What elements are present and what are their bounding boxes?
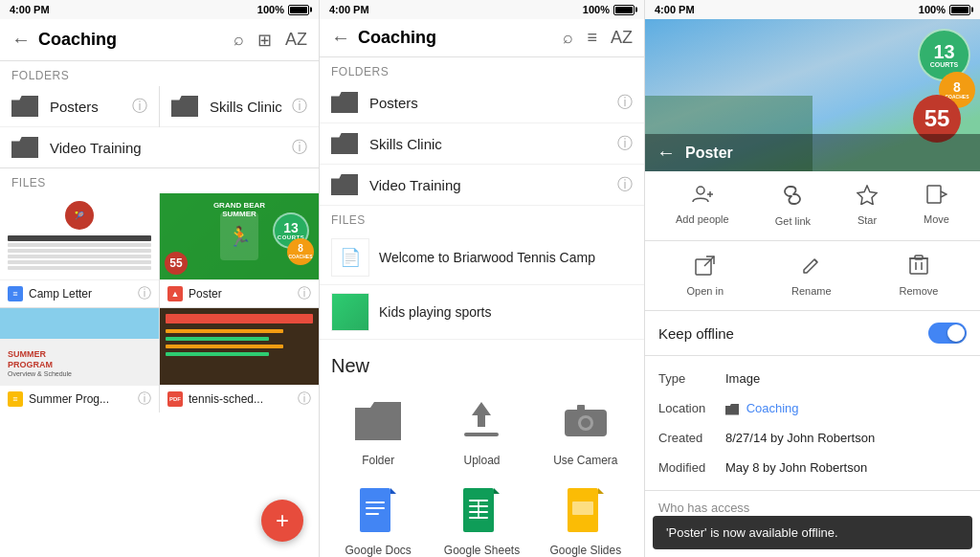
back-button-3[interactable]: ←: [657, 142, 676, 164]
grid-icon-1[interactable]: ⊞: [257, 30, 272, 51]
new-gslides-button[interactable]: Google Slides: [539, 486, 633, 557]
file-name: Poster: [189, 287, 298, 301]
new-gsheets-button[interactable]: Google Sheets: [434, 486, 528, 557]
star-label: Star: [858, 214, 877, 226]
svg-rect-5: [577, 405, 585, 411]
nav-bar-2: ← Coaching ⌕ ≡ AZ: [320, 19, 644, 57]
star-button[interactable]: Star: [857, 185, 878, 227]
new-section: New Folder Upload: [320, 340, 644, 557]
new-gdocs-button[interactable]: Google Docs: [331, 486, 425, 557]
folder-item-skills-1[interactable]: Skills Clinic ⓘ: [160, 86, 319, 127]
info-icon[interactable]: ⓘ: [132, 97, 147, 117]
svg-rect-20: [572, 501, 593, 515]
folder-icon: [171, 96, 198, 117]
courts-label: COURTS: [930, 61, 959, 68]
meta-section: Type Image Location Coaching Created 8/2…: [645, 356, 980, 491]
rename-button[interactable]: Rename: [791, 255, 832, 297]
file-thumbnail: SUMMERPROGRAM Overview & Schedule: [0, 308, 159, 385]
pdf-type-icon: PDF: [167, 391, 183, 407]
file-preview-camp[interactable]: 📄 Welcome to Briarwood Tennis Camp: [320, 231, 644, 285]
new-gsheets-label: Google Sheets: [444, 544, 520, 557]
folder-item-posters-1[interactable]: Posters ⓘ: [0, 86, 159, 127]
file-summer-program[interactable]: SUMMERPROGRAM Overview & Schedule ≡ Summ…: [0, 308, 159, 412]
folder-item-video-1[interactable]: Video Training ⓘ: [0, 127, 319, 168]
sort-icon-1[interactable]: AZ: [285, 30, 307, 50]
get-link-button[interactable]: Get link: [775, 185, 811, 227]
panel-details: 4:00 PM 100% 13 COURTS 8 COACHES 55: [645, 0, 980, 557]
svg-line-27: [704, 256, 714, 266]
coaches-number: 8: [953, 80, 961, 94]
folder-item-skills-2[interactable]: Skills Clinic ⓘ: [320, 123, 644, 165]
search-icon-1[interactable]: ⌕: [234, 30, 244, 50]
meta-type-row: Type Image: [645, 364, 980, 393]
move-icon: [926, 185, 947, 209]
battery-icon-1: [288, 5, 309, 15]
info-icon[interactable]: ⓘ: [617, 175, 633, 195]
rename-label: Rename: [791, 285, 832, 297]
search-icon-2[interactable]: ⌕: [563, 28, 573, 48]
fab-button-1[interactable]: +: [261, 500, 303, 542]
back-button-1[interactable]: ←: [11, 29, 31, 51]
new-items-grid: Folder Upload: [331, 396, 633, 557]
file-camp-letter[interactable]: 🎾 ≡ Camp Letter ⓘ: [0, 193, 159, 307]
status-bar-3: 4:00 PM 100%: [645, 0, 980, 19]
folder-item-posters-2[interactable]: Posters ⓘ: [320, 82, 644, 123]
folder-icon: [331, 133, 358, 154]
doc-type-icon: ≡: [8, 286, 23, 301]
get-link-label: Get link: [775, 215, 811, 227]
move-button[interactable]: Move: [924, 185, 949, 227]
page-title-1: Coaching: [38, 30, 234, 50]
info-icon[interactable]: ⓘ: [617, 134, 633, 154]
svg-rect-9: [366, 507, 385, 509]
info-icon[interactable]: ⓘ: [292, 97, 307, 117]
file-poster[interactable]: GRAND BEAR SUMMER 13 COURTS 8 COACHES 55: [160, 193, 319, 307]
svg-point-21: [697, 187, 704, 194]
file-tennis-schedule[interactable]: PDF tennis-sched... ⓘ: [160, 308, 319, 412]
info-icon[interactable]: ⓘ: [138, 285, 151, 302]
status-bar-2: 4:00 PM 100%: [320, 0, 644, 19]
svg-marker-12: [494, 488, 500, 494]
camp-logo: 🎾: [65, 201, 94, 230]
meta-type-key: Type: [658, 371, 725, 386]
files-header-2: Files: [320, 206, 644, 231]
svg-point-4: [581, 418, 590, 428]
info-icon[interactable]: ⓘ: [298, 390, 311, 408]
new-upload-button[interactable]: Upload: [434, 396, 528, 467]
info-icon[interactable]: ⓘ: [617, 93, 633, 113]
folder-item-video-2[interactable]: Video Training ⓘ: [320, 165, 644, 206]
new-section-title: New: [331, 355, 633, 377]
remove-button[interactable]: Remove: [900, 255, 939, 297]
back-button-2[interactable]: ←: [331, 27, 350, 49]
meta-location-val[interactable]: Coaching: [725, 401, 967, 415]
poster-preview-image: 13 COURTS 8 COACHES 55 ← Poster: [645, 19, 980, 171]
list-icon-2[interactable]: ≡: [587, 28, 597, 48]
page-title-2: Coaching: [358, 28, 563, 48]
file-name: Camp Letter: [29, 287, 138, 301]
file-name-p2: Welcome to Briarwood Tennis Camp: [379, 250, 633, 265]
new-camera-label: Use Camera: [553, 454, 617, 467]
open-in-button[interactable]: Open in: [686, 255, 724, 297]
folder-name: Skills Clinic: [369, 136, 617, 152]
svg-marker-0: [472, 402, 491, 427]
sort-icon-2[interactable]: AZ: [611, 28, 633, 48]
star-icon: [857, 185, 878, 210]
new-upload-label: Upload: [463, 454, 500, 467]
remove-icon: [909, 255, 928, 280]
battery-label-2: 100%: [583, 4, 610, 15]
folder-name: Skills Clinic: [210, 99, 292, 115]
keep-offline-toggle[interactable]: [928, 323, 967, 344]
battery-icon-3: [949, 5, 970, 15]
new-folder-button[interactable]: Folder: [331, 396, 425, 467]
file-thumbnail: 🎾: [0, 193, 159, 279]
info-icon[interactable]: ⓘ: [138, 390, 151, 408]
panel-list-new: 4:00 PM 100% ← Coaching ⌕ ≡ AZ Folders P…: [320, 0, 645, 557]
info-icon[interactable]: ⓘ: [298, 285, 311, 302]
file-preview-poster[interactable]: Kids playing sports: [320, 285, 644, 340]
battery-icon-2: [613, 5, 635, 15]
img-type-icon: ▲: [167, 286, 183, 301]
file-name-p2: Kids playing sports: [379, 304, 633, 320]
time-2: 4:00 PM: [329, 4, 369, 15]
add-people-button[interactable]: Add people: [676, 185, 729, 227]
new-camera-button[interactable]: Use Camera: [539, 396, 633, 467]
info-icon[interactable]: ⓘ: [292, 138, 307, 158]
